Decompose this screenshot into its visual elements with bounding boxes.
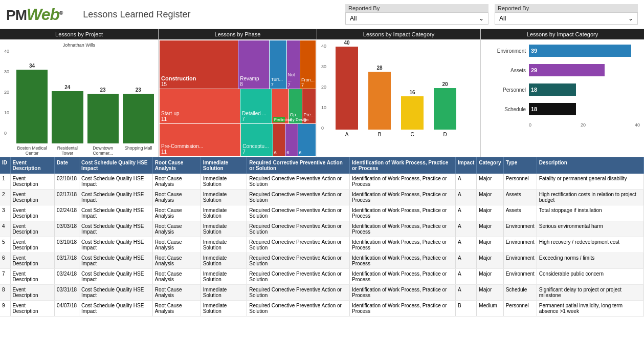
table-header-row: ID Event Description Date Cost Schedule … [0,157,644,174]
cell-date: 03/17/18 [55,253,79,269]
cell-root: Root Cause Analysis [152,205,201,221]
y-tick-20: 20 [4,90,9,95]
cell-date: 04/07/18 [55,301,79,317]
filter2-select[interactable]: All ⌄ [495,12,638,25]
table-row: 9 Event Description 04/07/18 Cost Schedu… [0,301,644,317]
cell-description: Serious environmental harm [537,221,643,237]
cell-category: Medium [477,301,503,317]
impact-xlabel-b: B [368,132,391,137]
cell-category: Major [477,190,503,205]
hbar-xval-20: 20 [581,122,586,128]
cell-description: High rectification costs in relation to … [537,190,643,205]
hbar-val-env: 39 [531,48,537,54]
y-tick-0: 0 [4,131,9,136]
cell-required: Required Corrective Preventive Action or… [247,253,350,269]
cell-type: Personnel [503,174,537,190]
filter1-select[interactable]: All ⌄ [345,12,488,25]
cell-id: 8 [0,285,10,301]
cell-required: Required Corrective Preventive Action or… [247,237,350,253]
cell-root: Root Cause Analysis [152,174,201,190]
treemap-label: Pre-Commission... [161,143,239,149]
bar-fill-1 [16,70,48,143]
hbar-xval-40: 40 [635,122,640,128]
cell-event: Event Description [10,174,55,190]
treemap-cell-precommission[interactable]: Pre-Commission... 11 [160,124,240,156]
cell-immediate: Immediate Solution [201,174,247,190]
col-cost: Cost Schedule Quality HSE Impact [79,157,153,174]
hbar-label-schedule: Schedule [485,107,526,112]
cell-cost: Cost Schedule Quality HSE Impact [79,253,153,269]
treemap-cell-detailed[interactable]: Detailed ... 7 [240,89,272,123]
lessons-by-impact-chart: Lessons by Impact Category 40 30 20 10 0… [317,29,481,157]
cell-cost: Cost Schedule Quality HSE Impact [79,221,153,237]
hbar-fill-env: 39 [529,45,631,57]
col-event: Event Description [10,157,55,174]
cell-date: 03/03/18 [55,221,79,237]
treemap: Construction 15 Revamp 8 Turr... 7 Not .… [159,39,317,157]
cell-required: Required Corrective Preventive Action or… [247,205,350,221]
cell-immediate: Immediate Solution [201,285,247,301]
treemap-cell-not[interactable]: Not ... 7 [287,40,300,89]
cell-impact: A [456,190,477,205]
treemap-label: Fron... [301,77,315,82]
cell-category: Major [477,205,503,221]
cell-description: High recovery / redevelopment cost [537,237,643,253]
bar-col-4: 23 [123,87,154,143]
cell-impact: A [456,269,477,285]
cell-cost: Cost Schedule Quality HSE Impact [79,285,153,301]
cell-category: Major [477,221,503,237]
treemap-value: 11 [161,149,239,155]
treemap-value: 7 [288,82,299,88]
table-wrapper[interactable]: ID Event Description Date Cost Schedule … [0,157,644,317]
cell-identification: Identification of Work Process, Practice… [349,253,455,269]
treemap-cell-x3[interactable]: 6 [298,124,316,156]
cell-identification: Identification of Work Process, Practice… [349,269,455,285]
treemap-cell-fron[interactable]: Fron... 7 [300,40,316,89]
cell-id: 7 [0,269,10,285]
treemap-cell-turr[interactable]: Turr... 7 [270,40,286,89]
lessons-by-phase-chart: Lessons by Phase Construction 15 Revamp … [159,29,317,157]
cell-impact: A [456,285,477,301]
cell-cost: Cost Schedule Quality HSE Impact [79,237,153,253]
logo-text: PMWeb® [6,5,62,24]
cell-identification: Identification of Work Process, Practice… [349,285,455,301]
treemap-cell-startup[interactable]: Start-up 11 [160,89,240,123]
col-required: Required Corrective Preventive Action or… [247,157,350,174]
cell-date: 03/31/18 [55,285,79,301]
hbar-row-schedule: Schedule 18 [485,103,640,115]
cell-id: 5 [0,237,10,253]
impact-bars: 40 28 16 20 [336,43,475,130]
treemap-label: Not ... [288,72,299,82]
lessons-by-impact-hbar-title: Lessons by Impact Category [481,29,644,39]
header: PMWeb® Lessons Learned Register Reported… [0,0,644,29]
cell-event: Event Description [10,221,55,237]
cell-root: Root Cause Analysis [152,253,201,269]
treemap-cell-x2[interactable]: 6 [285,124,297,156]
table-row: 2 Event Description 02/17/18 Cost Schedu… [0,190,644,205]
cell-date: 03/10/18 [55,237,79,253]
col-identification: Identification of Work Process, Practice… [349,157,455,174]
cell-category: Major [477,253,503,269]
treemap-cell-construction[interactable]: Construction 15 [160,40,238,89]
cell-type: Assets [503,190,537,205]
col-date: Date [55,157,79,174]
filter-group-2: Reported By All ⌄ [495,4,638,25]
charts-row: Lessons by Project Johnathan Wills 40 30… [0,29,644,157]
cell-impact: A [456,174,477,190]
treemap-cell-revamp[interactable]: Revamp 8 [238,40,269,89]
prelim-label: Preliminary Design [273,117,285,122]
table-row: 1 Event Description 02/10/18 Cost Schedu… [0,174,644,190]
cell-cost: Cost Schedule Quality HSE Impact [79,269,153,285]
filter2-label: Reported By [495,4,638,12]
bar-val-4: 23 [136,87,141,93]
impact-chart-area: 40 30 20 10 0 40 28 16 [317,39,480,157]
col-category: Category [477,157,503,174]
treemap-value: 6 [299,150,315,155]
cell-event: Event Description [10,301,55,317]
hbar-val-personnel: 18 [531,87,537,93]
cell-date: 02/24/18 [55,205,79,221]
cell-cost: Cost Schedule Quality HSE Impact [79,190,153,205]
table-row: 4 Event Description 03/03/18 Cost Schedu… [0,221,644,237]
treemap-cell-prelim[interactable]: Preliminary Design 6 [273,124,285,156]
treemap-cell-conceptu[interactable]: Conceptu... 7 [241,124,272,156]
